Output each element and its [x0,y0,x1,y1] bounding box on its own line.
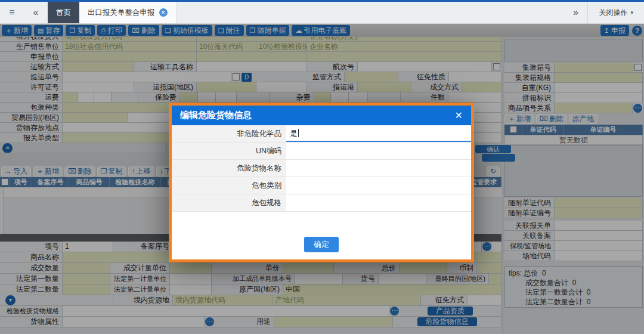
tab-home[interactable]: 首页 [48,2,79,23]
tab-bar: ≡ « 首页 出口报关单整合申报 ✕ » 关闭操作 ▾ [0,2,644,24]
tab-home-label: 首页 [56,8,71,18]
row-non-dangerous: 非危险化学品 是 [172,125,471,143]
non-dangerous-input[interactable]: 是 [286,125,471,142]
dialog-header[interactable]: 编辑危险货物信息 ✕ [172,106,471,125]
pack-class-input[interactable] [286,177,471,194]
dialog-title: 编辑危险货物信息 [180,110,252,121]
pack-spec-label: 危包规格 [172,194,286,211]
non-dangerous-label: 非危险化学品 [172,125,286,142]
dg-name-input[interactable] [286,160,471,177]
tab-close-icon[interactable]: ✕ [159,8,168,17]
dg-name-label: 危险货物名称 [172,160,286,177]
chevron-down-icon: ▾ [630,10,633,16]
tab-export-declaration[interactable]: 出口报关单整合申报 ✕ [79,2,177,23]
row-pack-spec: 危包规格 [172,194,471,212]
pack-spec-input[interactable] [286,194,471,211]
row-pack-class: 危包类别 [172,177,471,194]
pack-class-label: 危包类别 [172,177,286,194]
dialog-close-icon[interactable]: ✕ [455,110,463,121]
row-un-code: UN编码 [172,143,471,160]
collapse-tabs-icon[interactable]: « [24,2,48,23]
dangerous-goods-dialog: 编辑危险货物信息 ✕ 非危险化学品 是 UN编码 危险货物名称 危包类别 危包规… [169,103,474,262]
text-cursor [298,129,299,137]
row-dg-name: 危险货物名称 [172,160,471,177]
close-operations-dropdown[interactable]: 关闭操作 ▾ [588,8,644,18]
dialog-ok-button[interactable]: 确定 [304,237,339,252]
tab-doc-label: 出口报关单整合申报 [88,8,155,18]
expand-tabs-icon[interactable]: » [564,7,587,18]
un-code-input[interactable] [286,143,471,159]
un-code-label: UN编码 [172,143,286,159]
close-operations-label: 关闭操作 [599,8,627,18]
menu-icon[interactable]: ≡ [0,2,24,23]
